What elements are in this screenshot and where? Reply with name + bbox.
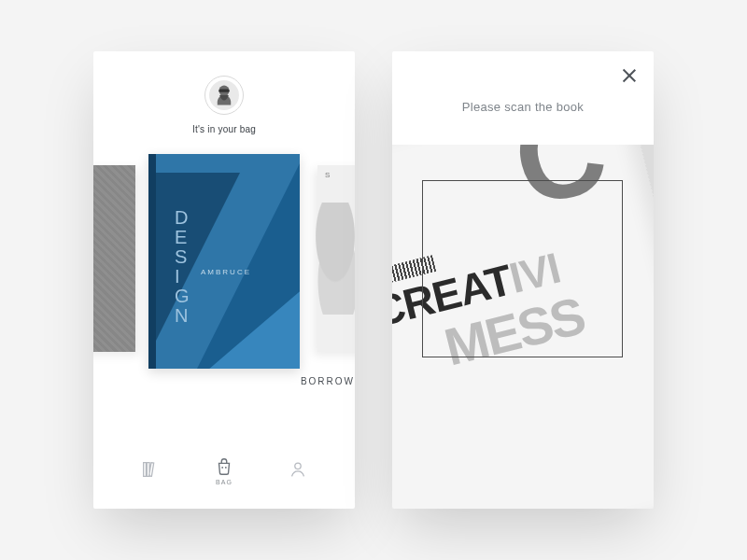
person-icon [288,459,308,480]
bag-status-text: It's in your bag [93,124,355,134]
scan-screen: Please scan the book C CREATIVI MESS [392,51,654,509]
tab-bar: BAG [93,443,355,509]
tab-profile[interactable] [288,459,308,482]
svg-point-4 [225,467,227,469]
scan-frame [422,180,623,357]
bag-screen: It's in your bag ty des rey DESIGN AMBRU… [93,51,355,509]
scan-instruction: Please scan the book [392,100,654,114]
svg-point-5 [294,463,300,469]
book-author: AMBRUCE [201,268,251,276]
avatar-icon [209,80,239,110]
bag-icon [214,456,234,477]
camera-viewfinder: C CREATIVI MESS [392,145,654,509]
svg-point-3 [221,467,223,469]
tab-library[interactable] [140,459,161,482]
books-icon [140,459,161,480]
svg-rect-2 [218,90,229,92]
previous-book[interactable]: ty des rey [93,165,135,352]
current-book[interactable]: DESIGN AMBRUCE [148,154,300,369]
borrow-button[interactable]: BORROW [301,376,355,386]
close-icon[interactable] [620,66,639,85]
tab-bag[interactable]: BAG [214,456,234,485]
book-title: DESIGN [175,208,203,326]
next-book-letter: S [325,171,331,179]
avatar[interactable] [204,76,244,115]
book-carousel[interactable]: ty des rey DESIGN AMBRUCE BORROW S [93,154,355,392]
tab-bag-label: BAG [216,479,233,485]
next-book[interactable]: S [317,165,355,352]
